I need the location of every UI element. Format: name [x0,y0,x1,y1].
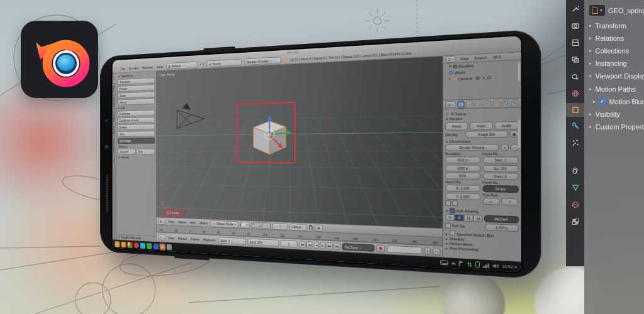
section-motion-blur[interactable]: ▸✓Motion Blur [593,98,644,106]
render-tab[interactable] [457,100,465,108]
pixel-filter-size-field[interactable]: 1.000 p [485,223,519,231]
dimensions-panel-header[interactable]: ▼ Dimensions [445,139,519,143]
viewport-3d[interactable]: User Persp (1) Cube [157,57,443,229]
viewport-menu-view[interactable]: View [167,220,175,224]
tab-create[interactable]: Create [113,83,117,94]
properties-editor-dropdown[interactable]: ▤↕ [445,101,456,108]
timeline-menu-view[interactable]: View [167,236,175,239]
chrome-icon[interactable] [128,242,133,248]
object-breadcrumb-dropdown[interactable]: ▾ [589,5,605,16]
orientation-dropdown[interactable]: Global ↕ [289,223,306,230]
mode-dropdown[interactable]: Object Mode ↕ [211,220,238,227]
sync-dropdown[interactable]: No Sync ↕ [342,243,374,252]
border-checkbox[interactable] [445,200,451,206]
duplicate-linked-button[interactable]: Duplicate Linked [118,117,155,123]
fps-dropdown[interactable]: 24 fps [482,185,519,193]
physics-tab-icon[interactable] [570,166,580,175]
blender-app-icon[interactable] [21,21,98,98]
flat-button[interactable]: Flat [136,149,155,154]
duplicate-button[interactable]: Duplicate [118,110,155,117]
timeline-editor-dropdown[interactable]: ◷↕ [158,234,165,241]
phone-status-icon[interactable] [475,261,480,268]
viewport-menu-select[interactable]: Select [177,220,187,224]
signal-bars-icon[interactable] [482,262,489,268]
render-tab-icon[interactable] [570,21,580,30]
tab-grease-pencil[interactable]: Grease Pencil [113,136,117,156]
tab-tools[interactable]: Tools [113,73,117,84]
resolution-y-field[interactable]: 1080 p [445,165,480,171]
manipulator-buttons[interactable]: → ↻ □ [272,222,287,230]
play-button[interactable]: ▶ [320,242,326,249]
preset-add-button[interactable]: + [501,144,509,151]
smooth-button[interactable]: Smooth [118,149,136,154]
selectability-cursor-icon[interactable] [481,75,486,80]
start-frame-field[interactable]: Start: 1 [482,156,519,163]
tab-relations[interactable]: Relations [113,94,117,109]
playhead[interactable] [191,227,192,233]
time-remap-old-field[interactable]: ‹ › [482,198,499,205]
modifiers-tab[interactable] [511,99,519,107]
resolution-percent-field[interactable]: 50% [445,172,480,180]
audio-button[interactable]: Audio [494,121,518,129]
modifiers-tab-icon[interactable] [570,121,580,130]
set-origin-dropdown[interactable]: Set Origin↕ [118,138,155,144]
app-blue-icon[interactable] [153,243,158,249]
constraints-tab[interactable] [502,99,509,107]
world-tab-icon[interactable] [570,89,580,98]
record-button[interactable] [377,245,386,252]
texture-tab-icon[interactable] [570,217,580,226]
frame-end-field[interactable]: End: 250 [248,238,279,246]
section-collections[interactable]: ▸Collections [589,47,629,55]
full-sample-checkbox[interactable] [445,222,451,228]
frame-step-field[interactable]: Fram: 1 [482,173,519,180]
view-layer-tab-icon[interactable] [570,55,580,64]
menu-render[interactable]: Render [128,66,140,70]
time-remap-new-field[interactable]: 1 [501,198,519,205]
motion-blur-checkbox[interactable] [450,230,455,236]
aa-filter-dropdown[interactable]: Mitchell- [484,215,518,224]
scale-button[interactable]: Scale [118,92,155,99]
motion-blur-checkbox[interactable]: ✓ [599,99,606,105]
outliner-editor-dropdown[interactable]: ☰↕ [445,56,456,63]
resolution-x-field[interactable]: 1920 p [445,156,480,163]
app-gray-icon[interactable] [167,244,172,250]
play-reverse-button[interactable]: ◀ [314,242,319,249]
section-visibility[interactable]: ▸Visibility [589,111,620,118]
scene-tab-icon[interactable] [570,72,580,81]
next-keyframe-button[interactable]: ▶▶ [326,242,333,250]
file-explorer-icon[interactable] [115,241,120,247]
outliner-scrollbar[interactable] [518,62,521,81]
layers-widget-left[interactable] [252,222,260,228]
render-engine-dropdown[interactable]: Blender Render ↕ [245,57,282,65]
layout-dropdown[interactable]: ▦ Default ↕ [166,62,197,70]
mirror-button[interactable]: Mirror [118,99,155,106]
timeline-menu-frame[interactable]: Frame [190,237,201,241]
render-button[interactable]: Rend [445,122,468,131]
viewport-menu-object[interactable]: Object [198,221,209,225]
aspect-y-field[interactable]: Y: 1.000 [445,192,480,200]
menu-help[interactable]: Help [156,65,164,68]
object-tab-icon[interactable] [566,103,584,117]
keyboard-icon[interactable] [440,260,448,265]
layout-close[interactable]: × [203,63,204,66]
blender-taskbar-icon[interactable] [160,244,165,250]
tray-expand-icon[interactable] [451,261,456,266]
join-button[interactable]: Join [118,131,155,137]
crop-checkbox[interactable] [452,200,458,206]
volume-icon[interactable] [492,263,499,269]
tab-physics[interactable]: Physics [113,124,117,136]
insert-keyframe-button[interactable]: / [424,247,430,254]
object-tab[interactable] [493,99,501,107]
pin-icon[interactable] [445,112,450,116]
viewport-menu-add[interactable]: Add [189,220,196,224]
world-tab[interactable] [484,100,491,108]
panel-edit[interactable]: ▼ Edit [118,106,155,110]
renderability-camera-icon[interactable] [487,75,491,80]
scene-tab[interactable] [475,100,482,107]
outliner-menu-view[interactable]: View [458,57,470,61]
menu-window[interactable]: Window [142,65,154,70]
browser-teal-icon[interactable] [140,242,145,249]
section-custom-properties[interactable]: ▸Custom Properties [589,123,644,131]
tab-misc[interactable]: Misc [113,156,117,165]
outliner-menu-search[interactable]: Search [473,55,489,60]
